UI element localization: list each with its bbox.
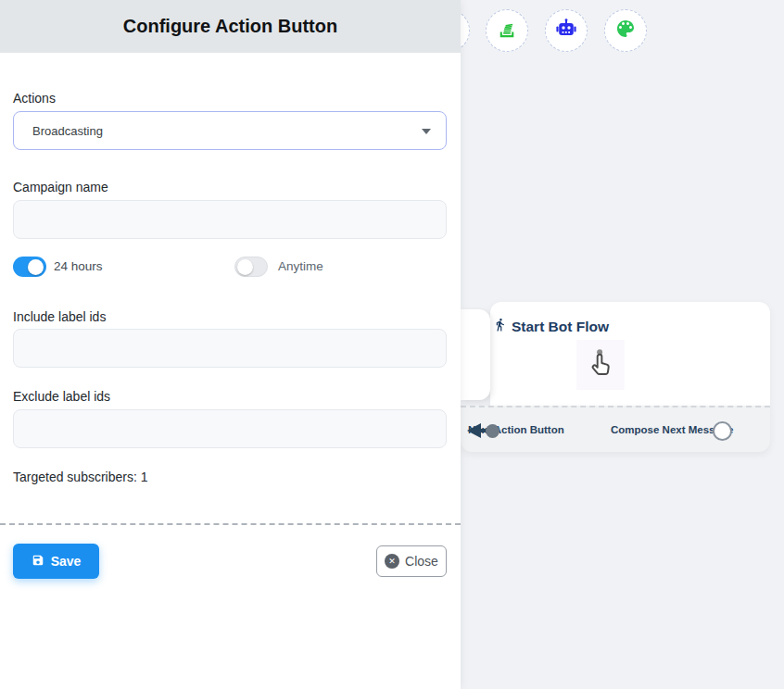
save-disk-icon [32, 554, 44, 570]
close-button-label: Close [405, 554, 438, 569]
toggle-knob [237, 259, 253, 275]
panel-title: Configure Action Button [123, 16, 337, 37]
dashed-divider [0, 523, 461, 525]
actions-label: Actions [13, 91, 56, 106]
connector-arrow-icon [467, 423, 481, 438]
chevron-down-icon [422, 129, 431, 134]
targeted-subscribers-text: Targeted subscribers: 1 [13, 470, 148, 484]
background-node-card[interactable] [461, 309, 490, 400]
actions-select[interactable]: Broadcasting [13, 111, 447, 150]
walking-person-icon [493, 318, 507, 335]
include-label-ids-input[interactable] [13, 329, 447, 368]
toggle-anytime[interactable] [234, 257, 268, 277]
actions-select-value: Broadcasting [32, 124, 103, 138]
include-label-ids-label: Include label ids [13, 309, 106, 324]
flow-canvas[interactable]: Start Bot Flow Next Action Button Compos… [461, 0, 784, 689]
next-action-endpoint-circle[interactable] [486, 424, 499, 438]
toggle-knob [28, 259, 44, 275]
start-bot-flow-node[interactable]: Start Bot Flow [490, 302, 770, 407]
close-button[interactable]: ✕ Close [376, 545, 447, 577]
compose-endpoint-circle[interactable] [713, 421, 732, 441]
node-title: Start Bot Flow [512, 319, 609, 335]
campaign-name-input[interactable] [13, 200, 447, 239]
palette-icon [614, 18, 637, 44]
toggle-anytime-label: Anytime [278, 259, 323, 273]
toolbar-button-stack[interactable] [486, 9, 528, 52]
exclude-label-ids-label: Exclude label ids [13, 389, 110, 404]
tap-hand-icon [584, 344, 617, 385]
campaign-name-label: Campaign name [13, 180, 108, 194]
save-button-label: Save [51, 554, 82, 569]
stack-icon [497, 19, 518, 44]
toolbar-button-theme[interactable] [604, 9, 647, 52]
close-icon: ✕ [385, 554, 399, 569]
robot-icon [555, 18, 577, 44]
toolbar-button-partial[interactable] [461, 9, 470, 52]
node-action-strip: Next Action Button Compose Next Message [461, 406, 770, 452]
node-drop-target[interactable] [576, 340, 625, 390]
exclude-label-ids-input[interactable] [13, 409, 447, 448]
panel-header: Configure Action Button [0, 0, 461, 53]
toggle-24-hours-label: 24 hours [54, 259, 103, 273]
toolbar-button-bot[interactable] [545, 9, 588, 52]
toggle-24-hours[interactable] [13, 257, 46, 277]
save-button[interactable]: Save [13, 544, 99, 579]
configure-action-panel: Configure Action Button Actions Broadcas… [0, 0, 461, 689]
